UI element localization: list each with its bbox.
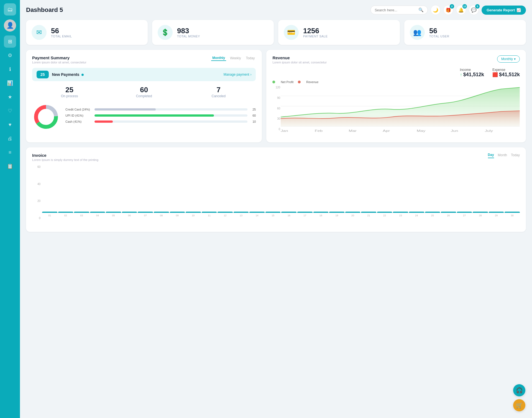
income-val: $41,512k <box>463 72 484 78</box>
x-label-1: 01 <box>42 214 57 217</box>
sidebar-item-heart2[interactable]: ♥ <box>4 119 16 131</box>
x-apr: Apr <box>383 129 390 133</box>
bar-col-18 <box>313 212 329 213</box>
sidebar-item-star[interactable]: ★ <box>4 91 16 103</box>
search-input[interactable] <box>375 8 416 12</box>
bar-rect-10 <box>186 212 201 213</box>
bar-rect-17 <box>297 212 313 213</box>
x-jan: Jan <box>281 129 288 133</box>
x-label-21: 21 <box>361 214 376 217</box>
heart-outline-icon: ♡ <box>8 108 12 114</box>
info-icon: ℹ <box>9 66 11 72</box>
bar-col-6 <box>122 212 137 213</box>
sidebar-item-settings[interactable]: ⚙ <box>4 49 16 61</box>
payment-summary-title: Payment Summary <box>32 55 86 60</box>
pbar-cash: Cash (41%) 10 <box>65 120 256 123</box>
payment-summary-header: Payment Summary Lorem ipsum dolor sit am… <box>32 55 256 64</box>
list-icon: ≡ <box>9 150 12 155</box>
sidebar-item-list[interactable]: ≡ <box>4 146 16 158</box>
bar-rect-22 <box>377 212 392 213</box>
money-label: TOTAL MONEY <box>177 35 200 38</box>
sidebar-item-doc[interactable]: 📋 <box>4 160 16 172</box>
search-box[interactable]: 🔍 <box>370 6 428 14</box>
stat-card-email: ✉ 56 TOTAL EMAIL <box>26 20 148 45</box>
x-label-18: 18 <box>313 214 329 217</box>
chat-btn[interactable]: 💬 5 <box>469 5 479 15</box>
new-payments-left: 25 New Payments <box>37 71 84 78</box>
bar-col-26 <box>441 212 456 213</box>
tab-payment-today[interactable]: Today <box>245 56 256 61</box>
manage-payment-link[interactable]: Manage payment › <box>224 73 252 76</box>
revenue-dropdown-btn[interactable]: Monthly ▾ <box>497 55 520 63</box>
on-process-num: 25 <box>32 86 107 94</box>
bell-btn[interactable]: 🔔 12 <box>456 5 466 15</box>
y-label-60: 60 <box>272 107 280 110</box>
canceled-num: 7 <box>181 86 256 94</box>
bar-rect-9 <box>170 212 185 213</box>
email-icon-wrap: ✉ <box>32 25 47 40</box>
status-dot <box>81 74 84 76</box>
email-icon: ✉ <box>36 29 42 36</box>
y-label-120: 120 <box>272 86 280 89</box>
notifications-badge: 2 <box>450 4 454 9</box>
user-avatar[interactable]: 👤 <box>4 19 16 32</box>
cash-fill <box>94 120 113 123</box>
sidebar-item-heart1[interactable]: ♡ <box>4 105 16 117</box>
payment-label: PAYMENT SALE <box>303 35 328 38</box>
tab-payment-weekly[interactable]: Weekly <box>229 56 242 61</box>
x-label-30: 30 <box>505 214 520 217</box>
payment-icon: 💳 <box>287 29 295 36</box>
bar-rect-15 <box>265 212 281 213</box>
sidebar-item-analytics[interactable]: 📊 <box>4 77 16 89</box>
inv-y-0: 0 <box>32 217 40 220</box>
sidebar-item-print[interactable]: 🖨 <box>4 132 16 145</box>
revenue-legend-dot <box>298 81 301 83</box>
invoice-header: Invoice Lorem Ipsum is simply dummy text… <box>32 153 520 161</box>
fab-support[interactable]: 🎧 <box>513 384 525 396</box>
x-label-27: 27 <box>457 214 472 217</box>
sidebar-item-dashboard[interactable]: ⊞ <box>4 35 16 48</box>
income-label: Income <box>460 68 484 72</box>
completed-label: Completed <box>107 94 181 98</box>
x-feb: Feb <box>315 129 323 133</box>
upi-label: UPI ID (41%) <box>65 114 92 117</box>
invoice-y-axis: 0 20 40 60 <box>32 165 40 220</box>
money-icon: 💲 <box>161 29 169 36</box>
fab-cart[interactable]: 🛒 <box>513 399 525 411</box>
stat-info-email: 56 TOTAL EMAIL <box>51 27 72 38</box>
x-label-4: 04 <box>90 214 105 217</box>
x-label-17: 17 <box>297 214 313 217</box>
bar-col-17 <box>297 212 313 213</box>
bar-rect-28 <box>473 212 488 213</box>
revenue-titles: Revenue Lorem ipsum dolor sit amet, cons… <box>272 55 327 64</box>
stat-card-payment: 💳 1256 PAYMENT SALE <box>278 20 400 45</box>
bar-col-23 <box>393 212 408 213</box>
x-may: May <box>417 129 426 133</box>
bar-rect-1 <box>42 212 57 213</box>
revenue-svg: Jan Feb Mar Apr May Jun July <box>281 86 520 136</box>
generate-report-button[interactable]: Generate Report 📈 <box>482 6 526 15</box>
bar-col-3 <box>74 212 89 213</box>
income-meta: Income ↑ $41,512k <box>460 68 484 78</box>
bar-rect-13 <box>234 212 249 213</box>
payment-chart-row: Credit Card (24%) 25 UPI ID (41%) 60 <box>32 103 256 131</box>
x-label-26: 26 <box>441 214 456 217</box>
x-label-28: 28 <box>473 214 488 217</box>
dark-mode-btn[interactable]: 🌙 <box>431 5 441 15</box>
bar-rect-18 <box>313 212 329 213</box>
notifications-btn[interactable]: 🎁 2 <box>443 5 453 15</box>
sidebar-item-info[interactable]: ℹ <box>4 63 16 75</box>
settings-icon: ⚙ <box>8 52 12 58</box>
tab-invoice-today[interactable]: Today <box>511 153 520 158</box>
bar-rect-19 <box>329 212 344 213</box>
bar-col-20 <box>345 212 360 213</box>
credit-val: 25 <box>250 108 256 111</box>
x-label-5: 05 <box>106 214 121 217</box>
tab-invoice-month[interactable]: Month <box>498 153 507 158</box>
tab-invoice-day[interactable]: Day <box>488 153 494 158</box>
dashboard-icon: ⊞ <box>8 39 12 45</box>
x-label-3: 03 <box>74 214 89 217</box>
tab-payment-monthly[interactable]: Monthly <box>211 55 226 61</box>
sidebar-logo[interactable]: 🗂 <box>4 3 16 16</box>
bar-col-12 <box>218 212 233 213</box>
